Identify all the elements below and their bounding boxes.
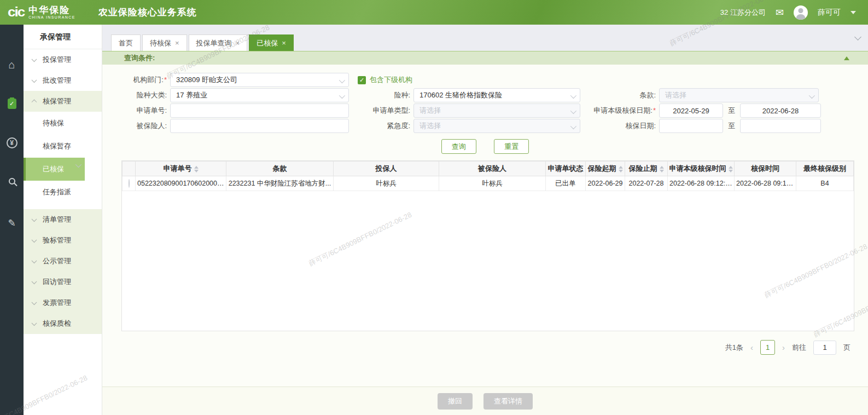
- sidebar-item-pigai-guanli[interactable]: 批改管理: [24, 70, 102, 91]
- apply-no-input[interactable]: [170, 103, 349, 118]
- checkbox-checked-icon: ✓: [358, 76, 366, 84]
- tab-overflow-chevron-icon[interactable]: [854, 33, 861, 41]
- tab-home[interactable]: 首页: [111, 34, 141, 51]
- chevron-down-icon: [32, 299, 37, 305]
- sidebar-item-toubao-guanli[interactable]: 投保管理: [24, 49, 102, 70]
- close-icon[interactable]: ×: [282, 40, 286, 47]
- branch-label: 32 江苏分公司: [720, 8, 766, 18]
- brand-name-cn: 中华保险: [28, 5, 75, 15]
- collapse-triangle-icon[interactable]: [844, 56, 849, 60]
- org-select[interactable]: 320809 盱眙支公司: [170, 73, 349, 87]
- user-name: 薛可可: [818, 8, 841, 18]
- clause-label: 条款:: [580, 90, 656, 100]
- col-apply-uw-time[interactable]: 申请本级核保时间: [668, 162, 735, 176]
- col-apply-no[interactable]: 申请单号: [136, 162, 226, 176]
- total-count: 共1条: [725, 343, 743, 353]
- table-row[interactable]: 052232080900170602000007 2232231 中华财险江苏省…: [123, 176, 854, 191]
- chevron-down-icon: [32, 56, 37, 62]
- sidebar-item-qingdan-guanli[interactable]: 清单管理: [24, 209, 102, 230]
- user-menu-caret-icon[interactable]: [850, 11, 856, 14]
- chevron-up-icon: [32, 99, 37, 105]
- table-header-row: 申请单号 条款 投保人 被保险人 申请单状态 保险起期 保险止期 申请本级核保时…: [123, 162, 854, 176]
- apply-date-from-input[interactable]: 2022-05-29: [659, 103, 723, 118]
- chevron-down-icon: [32, 279, 37, 284]
- tab-yihebao[interactable]: 已核保×: [249, 34, 294, 51]
- brand-name-en: CHINA INSURANCE: [28, 15, 75, 20]
- type-select[interactable]: 170602 生猪价格指数保险: [413, 88, 580, 102]
- apply-type-label: 申请单类型:: [349, 106, 410, 116]
- next-page-icon[interactable]: ›: [782, 343, 785, 352]
- mail-icon[interactable]: ✉: [776, 8, 784, 18]
- class-label: 险种大类:: [123, 90, 167, 100]
- close-icon[interactable]: ×: [175, 40, 179, 47]
- apply-date-to-input[interactable]: 2022-06-28: [740, 103, 821, 118]
- search-button[interactable]: 查询: [441, 139, 476, 154]
- clause-select[interactable]: 请选择: [659, 88, 819, 102]
- sort-icon: [194, 166, 199, 172]
- underwriting-tasks-icon[interactable]: ✓: [0, 99, 24, 109]
- goto-label: 前往: [792, 343, 806, 353]
- sidebar-item-hebao-zancun[interactable]: 核保暂存: [24, 135, 85, 158]
- withdraw-button[interactable]: 撤回: [438, 393, 473, 410]
- sidebar-item-daihebao[interactable]: 待核保: [24, 112, 85, 135]
- search-icon[interactable]: [0, 178, 24, 185]
- sort-icon: [660, 166, 664, 172]
- reset-button[interactable]: 重置: [494, 139, 529, 154]
- include-sub-org-checkbox[interactable]: ✓ 包含下级机构: [358, 75, 412, 85]
- date-to-label: 至: [728, 106, 735, 116]
- query-condition-title: 查询条件:: [102, 53, 155, 63]
- col-final-level: 最终核保级别: [796, 162, 854, 176]
- sidebar-item-yihebao[interactable]: 已核保: [24, 158, 85, 181]
- app-title: 农业保险核心业务系统: [98, 6, 197, 19]
- type-label: 险种:: [349, 90, 410, 100]
- insured-input[interactable]: [170, 119, 349, 133]
- sidebar-item-renwu-zhipai[interactable]: 任务指派: [24, 181, 85, 204]
- pagination: 共1条 ‹ 1 › 前往 1 页: [102, 340, 868, 355]
- finance-icon[interactable]: ¥: [0, 137, 24, 148]
- results-table-container: 申请单号 条款 投保人 被保险人 申请单状态 保险起期 保险止期 申请本级核保时…: [121, 160, 854, 331]
- insured-label: 被保险人:: [123, 121, 167, 131]
- home-icon[interactable]: ⌂: [0, 59, 24, 71]
- goto-page-input[interactable]: 1: [813, 341, 836, 355]
- sort-icon: [619, 166, 623, 172]
- avatar[interactable]: [794, 5, 808, 20]
- col-applicant: 投保人: [334, 162, 439, 176]
- col-clause: 条款: [226, 162, 334, 176]
- sidebar-item-fapiao-guanli[interactable]: 发票管理: [24, 292, 102, 313]
- page-number-button[interactable]: 1: [760, 340, 775, 355]
- apply-type-select[interactable]: 请选择: [413, 103, 580, 118]
- uw-date-from-input[interactable]: [659, 119, 723, 133]
- org-label: 机构部门:*: [123, 75, 167, 85]
- edit-icon[interactable]: ✎: [0, 217, 24, 229]
- icon-rail: ⌂ ✓ ¥ ✎: [0, 25, 24, 415]
- col-start-date[interactable]: 保险起期: [586, 162, 625, 176]
- main-content: 首页 待核保× 投保单查询× 已核保× 查询条件: 机构部门:* 320809 …: [102, 25, 868, 415]
- prev-page-icon[interactable]: ‹: [750, 343, 753, 352]
- sidebar-item-gongshi-guanli[interactable]: 公示管理: [24, 251, 102, 272]
- chevron-down-icon: [32, 258, 37, 263]
- sidebar-title: 承保管理: [24, 25, 102, 49]
- close-icon[interactable]: ×: [236, 40, 240, 47]
- sidebar-group: 清单管理 验标管理 公示管理 回访管理 发票管理 核保质检: [24, 209, 102, 334]
- sidebar-item-hebao-guanli[interactable]: 核保管理: [24, 91, 102, 112]
- tab-daihebao[interactable]: 待核保×: [142, 34, 187, 51]
- view-detail-button[interactable]: 查看详情: [483, 393, 533, 410]
- col-end-date[interactable]: 保险止期: [625, 162, 668, 176]
- results-table: 申请单号 条款 投保人 被保险人 申请单状态 保险起期 保险止期 申请本级核保时…: [122, 161, 854, 191]
- sidebar-item-yanbiao-guanli[interactable]: 验标管理: [24, 230, 102, 251]
- sidebar-item-huifang-guanli[interactable]: 回访管理: [24, 272, 102, 292]
- query-form: 机构部门:* 320809 盱眙支公司 ✓ 包含下级机构 险种大类: 17 养殖…: [102, 65, 868, 134]
- chevron-down-icon: [32, 77, 37, 83]
- row-radio[interactable]: [129, 179, 130, 188]
- class-select[interactable]: 17 养殖业: [170, 88, 349, 102]
- sort-icon: [729, 166, 733, 172]
- cic-logo-icon: cic: [8, 4, 24, 20]
- sidebar: 承保管理 投保管理 批改管理 核保管理 待核保 核保暂存 已核保 任务指派 清单…: [24, 25, 102, 415]
- urgency-select[interactable]: 请选择: [413, 119, 580, 133]
- tab-toubaodan-chaxun[interactable]: 投保单查询×: [189, 34, 248, 51]
- brand-logo: cic 中华保险 CHINA INSURANCE: [0, 4, 75, 21]
- tab-bar: 首页 待核保× 投保单查询× 已核保×: [102, 25, 868, 51]
- urgency-label: 紧急度:: [349, 121, 410, 131]
- uw-date-to-input[interactable]: [740, 119, 821, 133]
- sidebar-item-hebao-zhijian[interactable]: 核保质检: [24, 313, 102, 334]
